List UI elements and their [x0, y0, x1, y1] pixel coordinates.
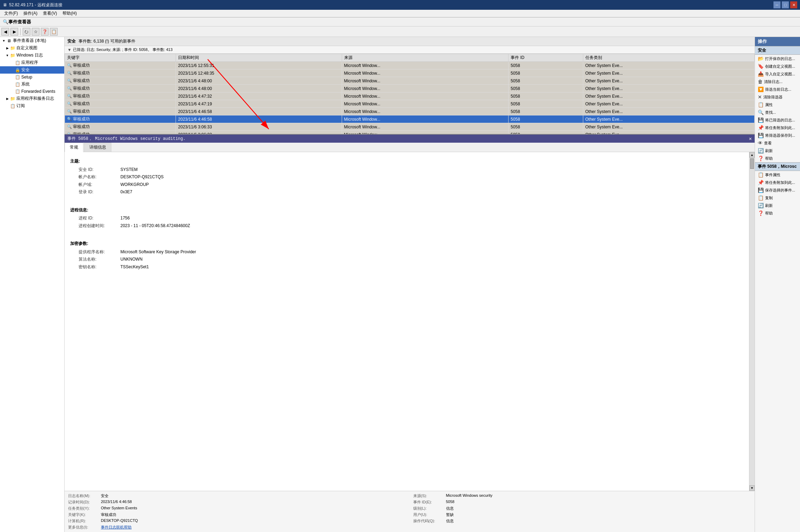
link-more[interactable]: 事件日志联机帮助	[101, 525, 132, 530]
detail-scroll-area: 主题: 安全 ID: SYSTEM 帐户名称: DESKTOP-Q921CTQS…	[65, 152, 755, 491]
forward-button[interactable]: ▶	[10, 28, 18, 36]
minimize-button[interactable]: ─	[773, 1, 780, 8]
right-action-0-11[interactable]: 👁 查看	[755, 139, 800, 147]
cell-eventid-2: 5058	[509, 77, 583, 85]
right-action-0-12[interactable]: 🔄 刷新	[755, 147, 800, 155]
label-recorded: 记录时间(D):	[68, 500, 99, 505]
col-keyword[interactable]: 关键字	[65, 54, 176, 62]
sidebar-item-security[interactable]: 🔒 安全	[0, 66, 64, 74]
right-action-label-0-8: 将已筛选的日志...	[765, 118, 795, 123]
right-action-1-2[interactable]: 💾 保存选择的事件...	[755, 186, 800, 194]
right-action-0-10[interactable]: 💾 将筛选器保存到...	[755, 132, 800, 139]
right-action-icon-0-9: 📌	[758, 125, 764, 130]
sidebar-item-system[interactable]: 📋 系统	[0, 81, 64, 88]
table-row[interactable]: 🔍 审核成功 2023/11/6 4:47:19 Microsoft Windo…	[65, 100, 755, 108]
detail-close-button[interactable]: ✕	[749, 136, 752, 142]
table-row[interactable]: 🔍 审核成功 2023/11/6 4:47:32 Microsoft Windo…	[65, 92, 755, 100]
label-level: 级别(L):	[413, 506, 445, 511]
right-action-0-5[interactable]: ✕ 清除筛选器	[755, 93, 800, 101]
icon-sub: 📋	[10, 103, 15, 109]
close-button[interactable]: ✕	[790, 1, 797, 8]
col-source[interactable]: 来源	[342, 54, 509, 62]
right-action-0-7[interactable]: 🔍 查找...	[755, 108, 800, 116]
right-action-label-0-5: 清除筛选器	[763, 95, 783, 100]
detail-content[interactable]: 主题: 安全 ID: SYSTEM 帐户名称: DESKTOP-Q921CTQS…	[65, 152, 749, 491]
sidebar-label-root: 事件查看器 (本地)	[13, 38, 46, 44]
app-window: 🖥 52.82.49.171 - 远程桌面连接 ─ □ ✕ 文件(F) 操作(A…	[0, 0, 800, 532]
right-action-0-13[interactable]: ❓ 帮助	[755, 155, 800, 162]
right-action-0-2[interactable]: 📥 导入自定义视图...	[755, 70, 800, 78]
tab-details[interactable]: 详细信息	[84, 143, 111, 152]
right-action-1-5[interactable]: ❓ 帮助	[755, 209, 800, 217]
filter-bar: ▼ 已筛选: 日志: Security; 来源: ; 事件 ID: 5058。 …	[65, 46, 755, 54]
right-action-0-4[interactable]: 🔽 筛选当前日志...	[755, 85, 800, 93]
right-action-1-3[interactable]: 📋 复制	[755, 194, 800, 202]
scrollbar-down[interactable]: ▼	[749, 485, 755, 491]
right-action-0-0[interactable]: 📂 打开保存的日志...	[755, 55, 800, 62]
sidebar-label-custom: 自定义视图	[16, 45, 37, 51]
label-process-create-time: 进程创建时间:	[79, 222, 120, 230]
back-button[interactable]: ◀	[1, 28, 9, 36]
table-row[interactable]: 🔍 审核成功 2023/11/6 4:46:58 Microsoft Windo…	[65, 115, 755, 123]
field-security-id: 安全 ID: SYSTEM	[70, 166, 743, 174]
event-table-container[interactable]: 关键字 日期和时间 来源 事件 ID 任务类别 🔍 审核成功	[65, 54, 755, 134]
sidebar-item-root[interactable]: ▼ 🖥 事件查看器 (本地)	[0, 37, 64, 44]
scrollbar-thumb[interactable]	[750, 158, 754, 169]
value-account-domain: WORKGROUP	[120, 181, 149, 189]
col-datetime[interactable]: 日期和时间	[176, 54, 342, 62]
arrow-root: ▼	[1, 39, 6, 43]
sidebar-item-setup[interactable]: 📋 Setup	[0, 74, 64, 81]
bottom-recorded: 记录时间(D): 2023/11/6 4:46:58	[68, 500, 406, 505]
table-row[interactable]: 🔍 审核成功 2023/11/6 4:48:00 Microsoft Windo…	[65, 77, 755, 85]
sidebar-item-forwarded[interactable]: 📋 Forwarded Events	[0, 88, 64, 95]
table-row[interactable]: 🔍 审核成功 2023/11/6 3:06:33 Microsoft Windo…	[65, 123, 755, 131]
col-task[interactable]: 任务类别	[583, 54, 754, 62]
table-row[interactable]: 🔍 审核成功 2023/11/6 4:46:58 Microsoft Windo…	[65, 108, 755, 115]
value-key-name: TSSecKeySet1	[120, 263, 149, 271]
right-action-1-1[interactable]: 📌 将任务附加到此...	[755, 179, 800, 186]
sidebar-item-custom-views[interactable]: ▶ 📁 自定义视图	[0, 44, 64, 52]
tab-general[interactable]: 常规	[65, 143, 83, 152]
table-row[interactable]: 🔍 审核成功 2023/11/6 4:48:00 Microsoft Windo…	[65, 85, 755, 92]
right-action-icon-1-3: 📋	[758, 195, 764, 201]
sidebar-item-subscriptions[interactable]: 📋 订阅	[0, 102, 64, 110]
right-action-label-0-0: 打开保存的日志...	[765, 56, 795, 61]
bookmark-button[interactable]: ☆	[32, 28, 39, 36]
right-action-0-8[interactable]: 💾 将已筛选的日志...	[755, 116, 800, 124]
copy-button[interactable]: 📋	[50, 28, 58, 36]
sidebar-item-windows-log[interactable]: ▼ 📁 Windows 日志	[0, 52, 64, 59]
help-toolbar-button[interactable]: ❓	[41, 28, 49, 36]
right-action-label-1-5: 帮助	[765, 211, 773, 216]
maximize-button[interactable]: □	[782, 1, 789, 8]
col-eventid[interactable]: 事件 ID	[509, 54, 583, 62]
right-action-0-1[interactable]: 🔖 创建自定义视图...	[755, 62, 800, 70]
arrow-appservice: ▶	[5, 97, 10, 100]
label-process-id: 进程 ID:	[79, 215, 120, 222]
refresh-button[interactable]: ⭮	[23, 28, 30, 36]
sidebar-item-application[interactable]: 📋 应用程序	[0, 59, 64, 66]
detail-panel: 事件 5058， Microsoft Windows security audi…	[65, 134, 755, 532]
table-row[interactable]: 🔍 审核成功 2023/11/6 12:48:35 Microsoft Wind…	[65, 69, 755, 77]
right-action-0-6[interactable]: 📋 属性	[755, 101, 800, 108]
label-keyword: 关键字(K):	[68, 512, 99, 517]
menu-file[interactable]: 文件(F)	[1, 10, 21, 17]
table-row[interactable]: 🔍 审核成功 2023/11/6 12:55:31 Microsoft Wind…	[65, 62, 755, 69]
right-action-1-0[interactable]: 📋 事件属性	[755, 171, 800, 179]
right-action-0-9[interactable]: 📌 将任务附加到此...	[755, 124, 800, 132]
sidebar-item-app-service[interactable]: ▶ 📁 应用程序和服务日志	[0, 95, 64, 102]
title-bar-text: 52.82.49.171 - 远程桌面连接	[9, 2, 62, 8]
value-opcode: 信息	[446, 518, 454, 524]
menu-help[interactable]: 帮助(H)	[60, 10, 80, 17]
sidebar-label-setup: Setup	[21, 75, 32, 80]
menu-action[interactable]: 操作(A)	[21, 10, 40, 17]
cell-source-4: Microsoft Window...	[342, 92, 509, 100]
cell-eventid-1: 5058	[509, 69, 583, 77]
table-row[interactable]: 🔍 审核成功 2023/11/6 3:06:33 Microsoft Windo…	[65, 131, 755, 134]
menu-view[interactable]: 查看(V)	[40, 10, 60, 17]
label-provider-name: 提供程序名称:	[79, 248, 120, 256]
value-account-name: DESKTOP-Q921CTQS	[120, 173, 164, 181]
value-recorded: 2023/11/6 4:46:58	[101, 500, 132, 505]
right-action-1-4[interactable]: 🔄 刷新	[755, 202, 800, 209]
scrollbar-up[interactable]: ▲	[749, 152, 755, 158]
right-action-0-3[interactable]: 🗑 清除日志...	[755, 78, 800, 85]
